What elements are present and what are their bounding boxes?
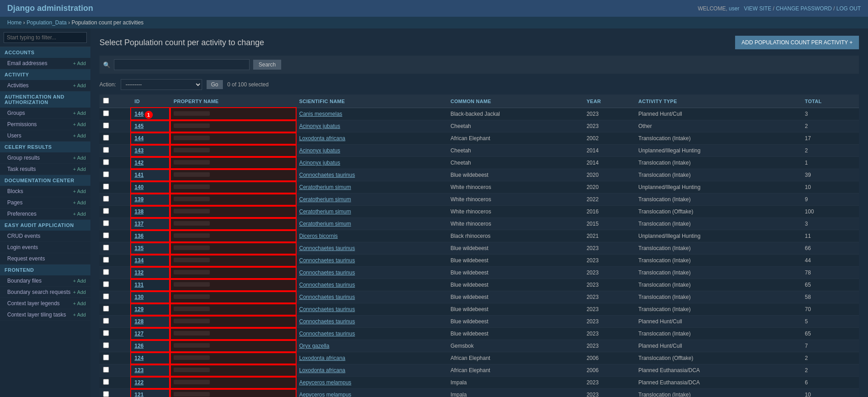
row-select-checkbox[interactable] <box>103 123 109 128</box>
row-id[interactable]: 141 <box>131 169 170 181</box>
sidebar-add-groups[interactable]: + Add <box>73 110 86 116</box>
row-scientific-name[interactable]: Aepyceros melampus <box>296 389 447 397</box>
row-select-checkbox[interactable] <box>103 293 109 299</box>
row-scientific-name[interactable]: Connochaetes taurinus <box>296 303 447 316</box>
sidebar-link-email-addresses[interactable]: Email addresses <box>7 60 47 66</box>
row-scientific-name[interactable]: Ceratotherium simum <box>296 181 447 194</box>
row-select-checkbox[interactable] <box>103 196 109 202</box>
col-common-name[interactable]: COMMON NAME <box>447 95 583 108</box>
row-id[interactable]: 144 <box>131 132 170 145</box>
sidebar-add-blocks[interactable]: + Add <box>73 189 86 194</box>
row-select-checkbox[interactable] <box>103 232 109 238</box>
row-id[interactable]: 134 <box>131 255 170 267</box>
row-select-checkbox[interactable] <box>103 110 109 116</box>
sidebar-link-context-legends[interactable]: Context layer legends <box>7 300 60 307</box>
sidebar-link-crud-events[interactable]: CRUD events <box>7 233 40 239</box>
row-select-checkbox[interactable] <box>103 318 109 324</box>
row-scientific-name[interactable]: Connochaetes taurinus <box>296 255 447 267</box>
row-scientific-name[interactable]: Connochaetes taurinus <box>296 316 447 328</box>
sidebar-add-permissions[interactable]: + Add <box>73 122 86 127</box>
row-select-checkbox[interactable] <box>103 391 109 397</box>
row-id[interactable]: 124 <box>131 352 170 364</box>
row-select-checkbox[interactable] <box>103 306 109 312</box>
go-button[interactable]: Go <box>207 80 223 89</box>
row-id[interactable]: 137 <box>131 218 170 230</box>
row-scientific-name[interactable]: Connochaetes taurinus <box>296 242 447 255</box>
row-id[interactable]: 122 <box>131 377 170 389</box>
row-select-checkbox[interactable] <box>103 354 109 360</box>
row-id[interactable]: 142 <box>131 157 170 169</box>
row-id[interactable]: 146 1 <box>131 108 170 120</box>
col-total[interactable]: TOTAL <box>801 95 859 108</box>
row-select-checkbox[interactable] <box>103 342 109 348</box>
action-select[interactable]: --------- <box>121 79 202 90</box>
row-id[interactable]: 136 <box>131 230 170 242</box>
col-scientific-name[interactable]: SCIENTIFIC NAME <box>296 95 447 108</box>
row-scientific-name[interactable]: Aepyceros melampus <box>296 377 447 389</box>
row-select-checkbox[interactable] <box>103 379 109 385</box>
row-scientific-name[interactable]: Connochaetes taurinus <box>296 169 447 181</box>
sidebar-add-activities[interactable]: + Add <box>73 83 86 88</box>
row-id[interactable]: 145 <box>131 120 170 132</box>
row-id[interactable]: 123 <box>131 364 170 377</box>
row-id[interactable]: 132 <box>131 267 170 279</box>
sidebar-link-task-results[interactable]: Task results <box>7 166 36 172</box>
row-scientific-name[interactable]: Loxodonta africana <box>296 364 447 377</box>
row-select-checkbox[interactable] <box>103 159 109 165</box>
row-id[interactable]: 135 <box>131 242 170 255</box>
col-id[interactable]: ID <box>131 95 170 108</box>
sidebar-link-groups[interactable]: Groups <box>7 110 25 116</box>
sidebar-link-context-tiling[interactable]: Context layer tiling tasks <box>7 312 66 318</box>
breadcrumb-population-data[interactable]: Population_Data <box>27 19 67 26</box>
row-scientific-name[interactable]: Loxodonta africana <box>296 352 447 364</box>
row-select-checkbox[interactable] <box>103 220 109 226</box>
row-select-checkbox[interactable] <box>103 171 109 177</box>
row-scientific-name[interactable]: Ceratotherium simum <box>296 218 447 230</box>
row-id[interactable]: 121 <box>131 389 170 397</box>
select-all-checkbox[interactable] <box>103 98 109 104</box>
row-select-checkbox[interactable] <box>103 269 109 275</box>
sidebar-add-context-legends[interactable]: + Add <box>73 301 86 306</box>
row-id[interactable]: 128 <box>131 316 170 328</box>
sidebar-add-preferences[interactable]: + Add <box>73 211 86 217</box>
log-out-link[interactable]: LOG OUT <box>836 5 861 12</box>
row-select-checkbox[interactable] <box>103 330 109 336</box>
sidebar-link-group-results[interactable]: Group results <box>7 155 40 161</box>
sidebar-link-permissions[interactable]: Permissions <box>7 121 37 128</box>
row-id[interactable]: 130 <box>131 291 170 303</box>
col-property-name[interactable]: PROPERTY NAME <box>170 95 296 108</box>
row-scientific-name[interactable]: Connochaetes taurinus <box>296 279 447 291</box>
sidebar-add-task-results[interactable]: + Add <box>73 166 86 172</box>
row-scientific-name[interactable]: Diceros bicornis <box>296 230 447 242</box>
row-id[interactable]: 126 <box>131 340 170 352</box>
col-year[interactable]: YEAR <box>583 95 635 108</box>
row-select-checkbox[interactable] <box>103 257 109 263</box>
add-population-count-button[interactable]: ADD POPULATION COUNT PER ACTIVITY + <box>735 36 859 49</box>
row-select-checkbox[interactable] <box>103 147 109 153</box>
row-select-checkbox[interactable] <box>103 245 109 250</box>
sidebar-link-blocks[interactable]: Blocks <box>7 188 23 194</box>
row-scientific-name[interactable]: Ceratotherium simum <box>296 206 447 218</box>
sidebar-add-users[interactable]: + Add <box>73 133 86 138</box>
row-select-checkbox[interactable] <box>103 367 109 373</box>
row-scientific-name[interactable]: Canis mesomelas <box>296 108 447 120</box>
sidebar-search-input[interactable] <box>4 32 87 43</box>
row-scientific-name[interactable]: Connochaetes taurinus <box>296 267 447 279</box>
search-button[interactable]: Search <box>253 60 281 70</box>
row-scientific-name[interactable]: Oryx gazella <box>296 340 447 352</box>
row-scientific-name[interactable]: Loxodonta africana <box>296 132 447 145</box>
row-id[interactable]: 129 <box>131 303 170 316</box>
sidebar-link-activities[interactable]: Activities <box>7 82 28 89</box>
row-scientific-name[interactable]: Connochaetes taurinus <box>296 291 447 303</box>
row-select-checkbox[interactable] <box>103 281 109 287</box>
row-id[interactable]: 131 <box>131 279 170 291</box>
sidebar-link-boundary-files[interactable]: Boundary files <box>7 278 42 284</box>
row-scientific-name[interactable]: Connochaetes taurinus <box>296 328 447 340</box>
sidebar-link-users[interactable]: Users <box>7 132 21 139</box>
sidebar-add-email-addresses[interactable]: + Add <box>73 61 86 66</box>
sidebar-link-boundary-search[interactable]: Boundary search requests <box>7 289 71 295</box>
username-link[interactable]: user <box>729 5 739 12</box>
view-site-link[interactable]: VIEW SITE <box>744 5 771 12</box>
breadcrumb-home[interactable]: Home <box>7 19 22 26</box>
sidebar-add-group-results[interactable]: + Add <box>73 155 86 161</box>
